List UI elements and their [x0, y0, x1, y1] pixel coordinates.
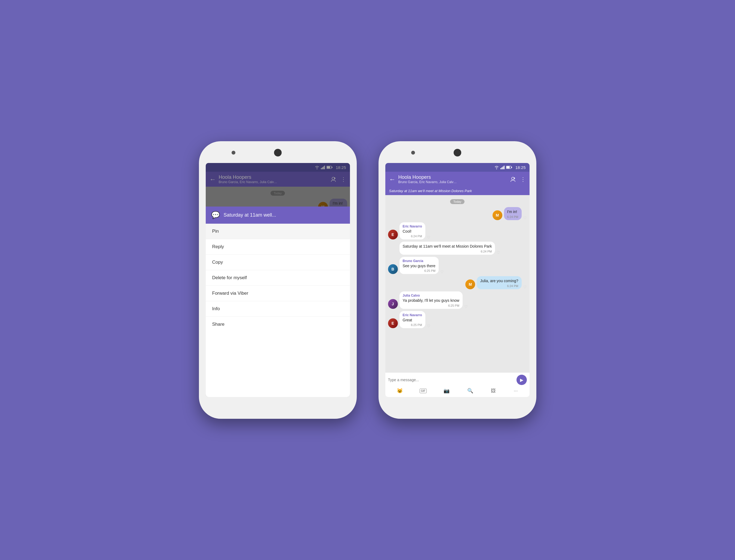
chat-body-right: Today ♡ I'm in! 6:24 PM M E Eric Navarro — [385, 195, 530, 397]
heart-icon-6[interactable]: ♡ — [464, 304, 468, 309]
search-button-right[interactable]: 🔍 — [466, 387, 474, 395]
screen-left: 18:25 ← Hoola Hoopers Bruno Garcia, Eric… — [206, 163, 350, 397]
gallery-button-right[interactable]: 🖼 — [490, 387, 497, 395]
msg-bubble-6: Julia Calvo Ya probably, I'll let you gu… — [399, 291, 463, 309]
message-input-right[interactable] — [388, 378, 515, 382]
msg-bubble-3: Saturday at 11am we'll meet at Mission D… — [399, 242, 495, 255]
heart-icon-4[interactable]: ♡ — [440, 270, 444, 274]
svg-rect-15 — [506, 166, 510, 168]
phone-camera-right — [454, 149, 461, 156]
status-time-right: 18:25 — [515, 165, 526, 170]
gif-button-right[interactable]: GIF — [420, 389, 427, 393]
signal-icon-right — [500, 165, 505, 169]
msg-row-1: ♡ I'm in! 6:24 PM M — [388, 207, 527, 220]
input-area-right: ▶ 😺 GIF 📷 🔍 🖼 ··· — [385, 372, 530, 397]
phone-right: 18:25 ← Hoola Hoopers Bruno Garcia, Eric… — [379, 141, 536, 419]
header-info-right: Hoola Hoopers Bruno Garcia, Eric Navarro… — [398, 174, 507, 184]
input-row-right: ▶ — [388, 375, 527, 385]
menu-item-delete[interactable]: Delete for myself — [206, 270, 350, 286]
context-header-text: Saturday at 11am well... — [224, 212, 276, 218]
msg-bubble-2: Eric Navarro Cool! 6:24 PM — [399, 222, 425, 240]
status-bar-right: 18:25 — [385, 163, 530, 172]
pinned-banner: Saturday at 11am we'll meet at Mission D… — [385, 187, 530, 195]
status-icons-right — [494, 165, 512, 169]
svg-rect-13 — [504, 166, 505, 169]
context-menu: Pin Reply Copy Delete for myself Forward… — [206, 224, 350, 397]
heart-icon-1[interactable]: ♡ — [523, 216, 527, 220]
more-options-icon-right[interactable]: ⋮ — [520, 176, 526, 183]
phone-dot-left — [232, 151, 235, 155]
msg-row-3: Saturday at 11am we'll meet at Mission D… — [388, 242, 527, 255]
send-button-right[interactable]: ▶ — [516, 375, 527, 385]
svg-rect-10 — [500, 168, 501, 169]
msg-bubble-4: Bruno Garcia See you guys there 6:25 PM — [399, 257, 439, 274]
avatar-eric-right: E — [388, 230, 398, 239]
svg-rect-12 — [503, 167, 503, 169]
emoji-button-right[interactable]: 😺 — [396, 387, 404, 395]
date-divider-right: Today — [388, 199, 527, 204]
svg-rect-11 — [502, 167, 502, 169]
heart-icon-2[interactable]: ♡ — [427, 235, 430, 239]
context-menu-header: 💬 Saturday at 11am well... — [206, 207, 350, 224]
svg-rect-16 — [511, 167, 512, 168]
header-actions-right: ⋮ — [510, 176, 526, 183]
menu-item-copy[interactable]: Copy — [206, 255, 350, 270]
avatar-eric-3: E — [388, 318, 398, 328]
heart-icon-5[interactable]: ♡ — [523, 285, 527, 289]
chat-bubble-icon: 💬 — [211, 211, 220, 219]
heart-icon-7[interactable]: ♡ — [427, 324, 430, 328]
msg-bubble-5: Julia, are you coming? 6:24 PM — [477, 276, 521, 289]
chat-title-right: Hoola Hoopers — [398, 174, 507, 180]
context-menu-overlay: 💬 Saturday at 11am well... Pin Reply Cop… — [206, 163, 350, 397]
add-contact-icon-right[interactable] — [510, 176, 516, 183]
msg-row-2: E Eric Navarro Cool! 6:24 PM ♡ — [388, 222, 527, 240]
avatar-me-2: M — [465, 279, 475, 289]
phone-camera-left — [274, 149, 282, 156]
back-button-right[interactable]: ← — [389, 176, 396, 183]
msg-bubble-1: I'm in! 6:24 PM — [504, 207, 522, 220]
msg-row-4: B Bruno Garcia See you guys there 6:25 P… — [388, 257, 527, 274]
toolbar-row-right: 😺 GIF 📷 🔍 🖼 ··· — [388, 387, 527, 395]
avatar-bruno-right: B — [388, 264, 398, 274]
menu-item-share[interactable]: Share — [206, 317, 350, 332]
msg-row-6: J Julia Calvo Ya probably, I'll let you … — [388, 291, 527, 309]
camera-button-right[interactable]: 📷 — [442, 387, 451, 395]
heart-icon-3[interactable]: ♡ — [497, 250, 500, 255]
chat-header-right: ← Hoola Hoopers Bruno Garcia, Eric Navar… — [385, 172, 530, 187]
phone-dot-right — [411, 151, 415, 155]
phone-left: 18:25 ← Hoola Hoopers Bruno Garcia, Eric… — [199, 141, 357, 419]
menu-item-info[interactable]: Info — [206, 301, 350, 317]
avatar-julia: J — [388, 299, 398, 309]
msg-bubble-7: Eric Navarro Great 6:25 PM — [399, 311, 425, 328]
more-button-right[interactable]: ··· — [513, 387, 519, 395]
chat-subtitle-right: Bruno Garcia, Eric Navarro, Julia Calvo … — [398, 180, 458, 184]
wifi-icon-right — [494, 165, 499, 169]
avatar-me-right: M — [493, 210, 502, 220]
battery-icon-right — [506, 166, 512, 169]
menu-item-forward[interactable]: Forward via Viber — [206, 286, 350, 301]
menu-item-pin[interactable]: Pin — [206, 224, 350, 239]
msg-row-7: E Eric Navarro Great 6:25 PM ♡ — [388, 311, 527, 328]
msg-row-5: ♡ Julia, are you coming? 6:24 PM M — [388, 276, 527, 289]
menu-item-reply[interactable]: Reply — [206, 239, 350, 255]
screen-right: 18:25 ← Hoola Hoopers Bruno Garcia, Eric… — [385, 163, 530, 397]
